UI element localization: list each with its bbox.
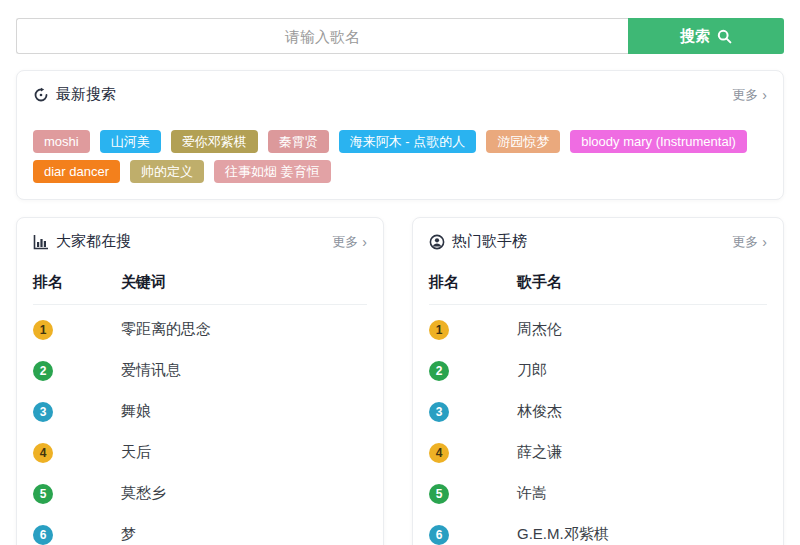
- table-row[interactable]: 2爱情讯息: [33, 350, 367, 391]
- search-icon: [717, 29, 732, 44]
- row-label: G.E.M.邓紫棋: [517, 525, 767, 544]
- rank-badge: 2: [429, 361, 449, 381]
- hot-keywords-more-link[interactable]: 更多 ›: [332, 233, 367, 251]
- col-header-keyword: 关键词: [121, 273, 367, 292]
- hot-singers-more-link[interactable]: 更多 ›: [732, 233, 767, 251]
- search-tag[interactable]: 帅的定义: [130, 160, 204, 183]
- bar-chart-icon: [33, 234, 49, 250]
- search-tag[interactable]: 秦霄贤: [268, 130, 329, 153]
- hot-keywords-rows: 1零距离的思念2爱情讯息3舞娘4天后5莫愁乡6梦: [33, 305, 367, 545]
- hot-singers-title-row: 热门歌手榜: [429, 232, 527, 251]
- chevron-right-icon: ›: [762, 88, 767, 102]
- rank-badge: 5: [429, 484, 449, 504]
- search-tag[interactable]: 爱你邓紫棋: [171, 130, 258, 153]
- col-header-rank: 排名: [33, 273, 121, 292]
- table-row[interactable]: 1零距离的思念: [33, 309, 367, 350]
- hot-keywords-title: 大家都在搜: [56, 232, 131, 251]
- row-label: 刀郎: [517, 361, 767, 380]
- rank-badge: 1: [33, 320, 53, 340]
- row-label: 舞娘: [121, 402, 367, 421]
- row-label: 爱情讯息: [121, 361, 367, 380]
- search-tag[interactable]: moshi: [33, 130, 90, 153]
- latest-search-more-link[interactable]: 更多 ›: [732, 86, 767, 104]
- search-tag[interactable]: 山河美: [100, 130, 161, 153]
- search-tag[interactable]: 游园惊梦: [486, 130, 560, 153]
- row-label: 梦: [121, 525, 367, 544]
- table-row[interactable]: 4薛之谦: [429, 432, 767, 473]
- more-label: 更多: [332, 233, 358, 251]
- more-label: 更多: [732, 86, 758, 104]
- table-row[interactable]: 1周杰伦: [429, 309, 767, 350]
- search-tag[interactable]: 往事如烟 姜育恒: [214, 160, 331, 183]
- table-row[interactable]: 2刀郎: [429, 350, 767, 391]
- rank-badge: 4: [429, 443, 449, 463]
- rank-badge: 4: [33, 443, 53, 463]
- table-row[interactable]: 5莫愁乡: [33, 473, 367, 514]
- chevron-right-icon: ›: [362, 235, 367, 249]
- history-icon: [33, 87, 49, 103]
- latest-search-title: 最新搜索: [56, 85, 116, 104]
- search-button[interactable]: 搜索: [628, 18, 784, 54]
- row-label: 薛之谦: [517, 443, 767, 462]
- hot-keywords-panel: 大家都在搜 更多 › 排名 关键词 1零距离的思念2爱情讯息3舞娘4天后5莫愁乡…: [16, 217, 384, 545]
- rank-badge: 1: [429, 320, 449, 340]
- rank-badge: 5: [33, 484, 53, 504]
- ranking-panels: 大家都在搜 更多 › 排名 关键词 1零距离的思念2爱情讯息3舞娘4天后5莫愁乡…: [16, 217, 784, 545]
- hot-singers-title: 热门歌手榜: [452, 232, 527, 251]
- table-row[interactable]: 4天后: [33, 432, 367, 473]
- rank-badge: 6: [33, 525, 53, 545]
- latest-search-tags: moshi山河美爱你邓紫棋秦霄贤海来阿木 - 点歌的人游园惊梦bloody ma…: [33, 130, 767, 183]
- hot-keywords-title-row: 大家都在搜: [33, 232, 131, 251]
- search-tag[interactable]: bloody mary (Instrumental): [570, 130, 747, 153]
- latest-search-title-row: 最新搜索: [33, 85, 116, 104]
- search-button-label: 搜索: [680, 27, 710, 46]
- row-label: 零距离的思念: [121, 320, 367, 339]
- hot-singers-panel: 热门歌手榜 更多 › 排名 歌手名 1周杰伦2刀郎3林俊杰4薛之谦5许嵩6G.E…: [412, 217, 784, 545]
- chevron-right-icon: ›: [762, 235, 767, 249]
- more-label: 更多: [732, 233, 758, 251]
- latest-search-card: 最新搜索 更多 › moshi山河美爱你邓紫棋秦霄贤海来阿木 - 点歌的人游园惊…: [16, 70, 784, 200]
- row-label: 天后: [121, 443, 367, 462]
- rank-badge: 3: [33, 402, 53, 422]
- search-input[interactable]: [16, 18, 628, 54]
- search-tag[interactable]: diar dancer: [33, 160, 120, 183]
- search-tag[interactable]: 海来阿木 - 点歌的人: [339, 130, 477, 153]
- search-bar: 搜索: [16, 18, 784, 54]
- table-row[interactable]: 3林俊杰: [429, 391, 767, 432]
- row-label: 周杰伦: [517, 320, 767, 339]
- user-icon: [429, 234, 445, 250]
- rank-badge: 3: [429, 402, 449, 422]
- col-header-rank: 排名: [429, 273, 517, 292]
- row-label: 林俊杰: [517, 402, 767, 421]
- rank-badge: 2: [33, 361, 53, 381]
- rank-badge: 6: [429, 525, 449, 545]
- table-row[interactable]: 6梦: [33, 514, 367, 545]
- col-header-singer: 歌手名: [517, 273, 767, 292]
- row-label: 莫愁乡: [121, 484, 367, 503]
- table-row[interactable]: 6G.E.M.邓紫棋: [429, 514, 767, 545]
- row-label: 许嵩: [517, 484, 767, 503]
- table-row[interactable]: 5许嵩: [429, 473, 767, 514]
- table-row[interactable]: 3舞娘: [33, 391, 367, 432]
- hot-singers-rows: 1周杰伦2刀郎3林俊杰4薛之谦5许嵩6G.E.M.邓紫棋: [429, 305, 767, 545]
